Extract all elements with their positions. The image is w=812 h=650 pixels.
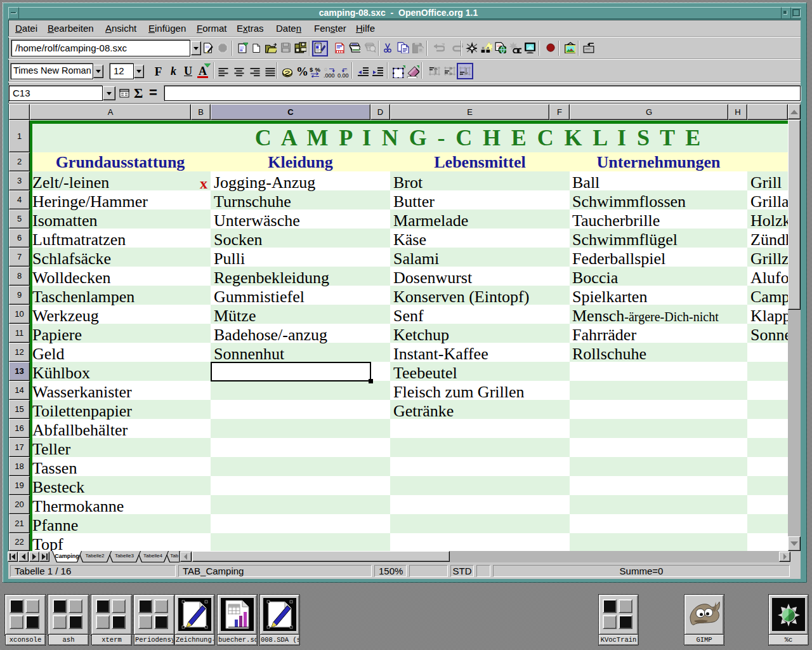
svg-text:0.00: 0.00 [337, 72, 349, 77]
svg-text:0: 0 [324, 67, 327, 72]
svg-text:$: $ [310, 66, 313, 73]
svg-text:%: % [315, 66, 321, 73]
svg-text:.000: .000 [324, 72, 335, 77]
svg-text:0: 0 [344, 67, 348, 72]
